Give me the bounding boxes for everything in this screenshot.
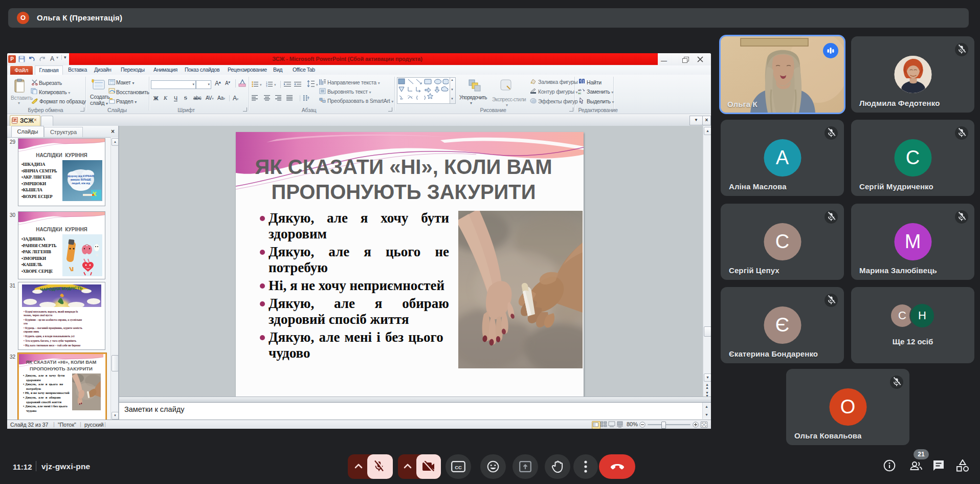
svg-text:3: 3: [266, 85, 268, 87]
svg-text:людей, ніж від: людей, ніж від: [72, 182, 91, 185]
svg-text:вмирає БІЛЬШЕ: вмирає БІЛЬШЕ: [71, 178, 92, 181]
svg-text:Щороку від КУРІННЯ: Щороку від КУРІННЯ: [68, 174, 94, 178]
svg-text:P: P: [14, 118, 16, 122]
svg-text:ac: ac: [578, 92, 581, 94]
svg-text:CC: CC: [455, 465, 462, 470]
